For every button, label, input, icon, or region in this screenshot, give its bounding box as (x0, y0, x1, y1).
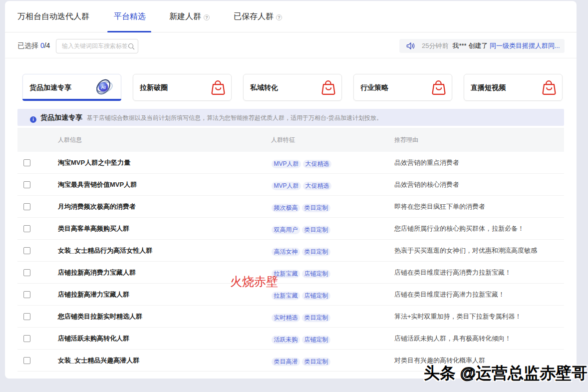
svg-text:AI: AI (101, 84, 106, 90)
